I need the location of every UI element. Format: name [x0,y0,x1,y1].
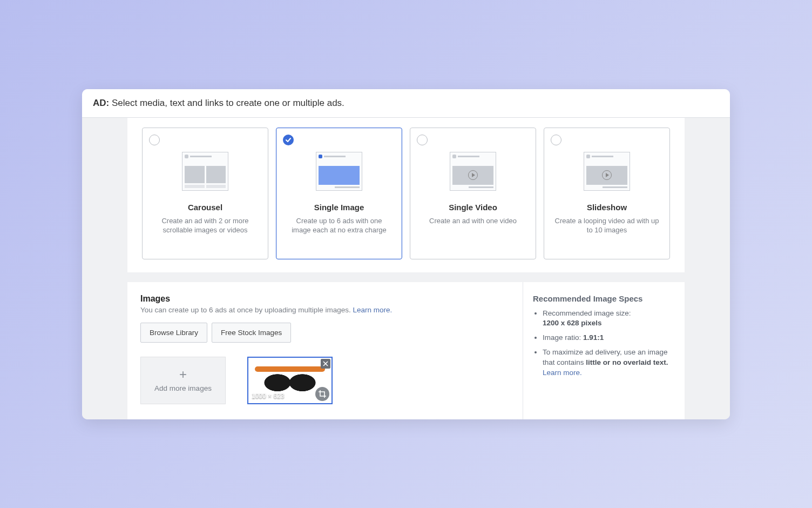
header-text: Select media, text and links to create o… [112,98,344,108]
browse-library-button[interactable]: Browse Library [140,323,207,343]
images-subtitle: You can create up to 6 ads at once by up… [140,306,510,314]
panel-header: AD: Select media, text and links to crea… [82,89,730,118]
spec-ratio: Image ratio: 1.91:1 [543,333,672,343]
ad-creation-panel: AD: Select media, text and links to crea… [82,89,730,419]
radio-unchecked-icon [551,135,561,145]
images-section: Images You can create up to 6 ads at onc… [127,282,685,419]
format-section: Carousel Create an ad with 2 or more scr… [127,118,685,272]
images-learn-more-link[interactable]: Learn more. [353,306,393,314]
plus-icon: + [179,368,187,381]
format-card-carousel[interactable]: Carousel Create an ad with 2 or more scr… [142,128,268,259]
uploaded-image-thumbnail[interactable]: 1000 × 623 [247,357,333,404]
carousel-preview-icon [182,150,228,193]
format-title: Single Video [449,203,497,212]
uploaded-image-dimensions: 1000 × 623 [252,392,284,400]
format-title: Carousel [188,203,222,212]
single-image-preview-icon [316,150,362,193]
format-card-slideshow[interactable]: Slideshow Create a looping video ad with… [544,128,670,259]
single-video-preview-icon [450,150,496,193]
slideshow-preview-icon [584,150,630,193]
header-prefix: AD: [93,98,109,108]
free-stock-images-button[interactable]: Free Stock Images [212,323,291,343]
radio-unchecked-icon [417,135,428,145]
specs-learn-more-link[interactable]: Learn more. [543,369,582,377]
format-title: Slideshow [587,203,627,212]
crop-image-button[interactable] [315,387,329,401]
crop-icon [319,390,326,398]
content: Carousel Create an ad with 2 or more scr… [82,118,730,419]
recommended-specs: Recommended Image Specs Recommended imag… [523,282,685,419]
format-desc: Create up to 6 ads with one image each a… [284,216,394,235]
format-card-single-image[interactable]: Single Image Create up to 6 ads with one… [276,128,402,259]
format-desc: Create a looping video ad with up to 10 … [552,216,662,235]
format-card-single-video[interactable]: Single Video Create an ad with one video [410,128,536,259]
format-title: Single Image [314,203,364,212]
remove-image-button[interactable] [321,359,330,369]
radio-checked-icon [283,135,294,145]
format-desc: Create an ad with one video [427,216,519,226]
format-desc: Create an ad with 2 or more scrollable i… [150,216,260,235]
spec-text-advice: To maximize ad delivery, use an image th… [543,347,672,378]
spec-size: Recommended image size: 1200 x 628 pixel… [543,309,672,329]
close-icon [323,361,328,366]
specs-heading: Recommended Image Specs [533,294,672,303]
add-more-images-button[interactable]: + Add more images [140,357,226,404]
images-heading: Images [140,294,510,304]
radio-unchecked-icon [149,135,160,145]
add-more-label: Add more images [154,384,212,392]
